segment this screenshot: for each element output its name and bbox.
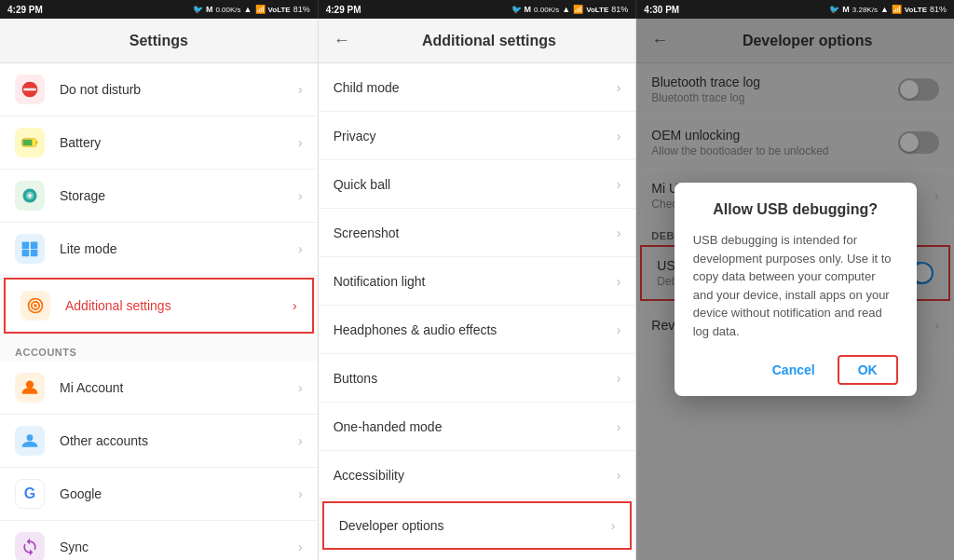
buttons-chevron: › — [617, 371, 621, 386]
additional-settings-item[interactable]: Additional settings › — [4, 278, 314, 334]
privacy-text: Privacy — [334, 129, 617, 143]
battery-label: Battery — [60, 135, 298, 150]
other-accounts-text: Other accounts — [60, 433, 298, 448]
p3-battery: 81% — [930, 5, 947, 14]
p3-time: 4:30 PM — [644, 5, 679, 15]
other-accounts-item[interactable]: Other accounts › — [0, 415, 318, 468]
buttons-text: Buttons — [334, 371, 617, 386]
p1-wifi-icon: ▲ — [244, 5, 252, 14]
lite-mode-chevron: › — [298, 241, 303, 256]
developer-options-item[interactable]: Developer options › — [322, 501, 633, 550]
p2-status-icons: 🐦 M 0.00K/s ▲ 📶 VoLTE 81% — [511, 5, 629, 14]
headphones-item[interactable]: Headphones & audio effects › — [319, 306, 636, 354]
p2-twitter-icon: 🐦 — [511, 5, 522, 14]
notification-light-label: Notification light — [334, 274, 617, 289]
dialog-overlay: Allow USB debugging? USB debugging is in… — [636, 19, 954, 560]
notification-light-item[interactable]: Notification light › — [319, 257, 636, 306]
one-handed-chevron: › — [617, 419, 621, 434]
accessibility-text: Accessibility — [334, 468, 617, 483]
accessibility-item[interactable]: Accessibility › — [319, 451, 636, 499]
developer-options-label: Developer options — [339, 518, 611, 533]
sync-icon — [15, 532, 45, 560]
screenshot-label: Screenshot — [334, 225, 617, 240]
settings-panel: Settings Do not disturb › Ba — [0, 19, 319, 560]
google-item[interactable]: G Google › — [0, 468, 318, 521]
svg-point-14 — [27, 434, 34, 441]
do-not-disturb-label: Do not disturb — [60, 82, 298, 97]
svg-rect-3 — [36, 141, 38, 143]
child-mode-label: Child mode — [334, 80, 617, 95]
svg-rect-9 — [31, 242, 38, 250]
one-handed-item[interactable]: One-handed mode › — [319, 403, 636, 451]
quick-ball-chevron: › — [617, 177, 621, 192]
cancel-button[interactable]: Cancel — [757, 355, 830, 385]
p3-signal-icon: 📶 — [892, 5, 902, 14]
p2-volte: VoLTE — [586, 6, 608, 14]
backup-reset-item[interactable]: Backup & reset › — [319, 552, 636, 560]
do-not-disturb-text: Do not disturb — [60, 82, 298, 97]
svg-point-7 — [28, 194, 31, 197]
additional-settings-list: Child mode › Privacy › Quick ball › — [319, 63, 636, 560]
back-button[interactable]: ← — [334, 31, 350, 50]
quick-ball-text: Quick ball — [334, 177, 617, 192]
lite-mode-text: Lite mode — [60, 241, 298, 256]
battery-text: Battery — [60, 135, 298, 150]
lite-mode-icon — [15, 234, 45, 264]
headphones-chevron: › — [617, 322, 621, 337]
svg-rect-8 — [22, 242, 30, 250]
additional-settings-chevron: › — [293, 298, 297, 313]
mi-account-item[interactable]: Mi Account › — [0, 362, 318, 415]
p2-speed: 0.00K/s — [534, 6, 559, 14]
svg-point-12 — [34, 304, 36, 307]
svg-point-13 — [26, 381, 34, 389]
quick-ball-label: Quick ball — [334, 177, 617, 192]
do-not-disturb-item[interactable]: Do not disturb › — [0, 63, 318, 116]
lite-mode-item[interactable]: Lite mode › — [0, 223, 318, 276]
p2-signal-icon: 📶 — [573, 5, 583, 14]
ok-button[interactable]: OK — [838, 355, 898, 385]
developer-options-text: Developer options — [339, 518, 611, 533]
p3-twitter-icon: 🐦 — [829, 5, 839, 14]
p1-status-icons: 🐦 M 0.00K/s ▲ 📶 VoLTE 81% — [193, 5, 310, 14]
screenshot-chevron: › — [617, 225, 621, 240]
additional-settings-icon — [20, 291, 50, 321]
mi-account-icon — [15, 373, 45, 403]
developer-options-chevron: › — [611, 518, 616, 533]
battery-item[interactable]: Battery › — [0, 116, 318, 170]
quick-ball-item[interactable]: Quick ball › — [319, 160, 636, 209]
privacy-item[interactable]: Privacy › — [319, 112, 636, 160]
sync-item[interactable]: Sync › — [0, 521, 318, 560]
accessibility-label: Accessibility — [334, 468, 617, 483]
other-accounts-chevron: › — [298, 433, 303, 448]
p3-gmail-icon: M — [842, 5, 850, 14]
child-mode-item[interactable]: Child mode › — [319, 63, 636, 112]
p3-volte: VoLTE — [905, 6, 927, 14]
privacy-label: Privacy — [334, 129, 617, 143]
notification-light-text: Notification light — [334, 274, 617, 289]
storage-chevron: › — [298, 188, 303, 203]
storage-item[interactable]: Storage › — [0, 170, 318, 223]
accounts-section-header: ACCOUNTS — [0, 335, 318, 362]
p1-speed: 0.00K/s — [215, 6, 240, 14]
additional-settings-header: ← Additional settings — [319, 19, 636, 63]
storage-label: Storage — [60, 188, 298, 203]
p1-battery: 81% — [293, 5, 310, 14]
p1-signal-icon: 📶 — [255, 5, 266, 14]
p3-speed: 3.28K/s — [852, 6, 878, 14]
svg-rect-4 — [23, 140, 33, 146]
mi-account-label: Mi Account — [60, 380, 298, 395]
p2-gmail-icon: M — [525, 5, 532, 14]
p3-wifi-icon: ▲ — [880, 5, 889, 14]
sync-chevron: › — [298, 540, 303, 554]
mi-account-chevron: › — [298, 380, 303, 395]
additional-settings-label: Additional settings — [65, 298, 293, 313]
storage-icon — [15, 181, 45, 211]
screenshot-item[interactable]: Screenshot › — [319, 209, 636, 257]
other-accounts-icon — [15, 426, 45, 456]
additional-settings-title: Additional settings — [358, 33, 621, 49]
headphones-label: Headphones & audio effects — [334, 322, 617, 337]
one-handed-text: One-handed mode — [334, 419, 617, 434]
lite-mode-label: Lite mode — [60, 241, 298, 256]
storage-text: Storage — [60, 188, 298, 203]
buttons-item[interactable]: Buttons › — [319, 354, 636, 403]
